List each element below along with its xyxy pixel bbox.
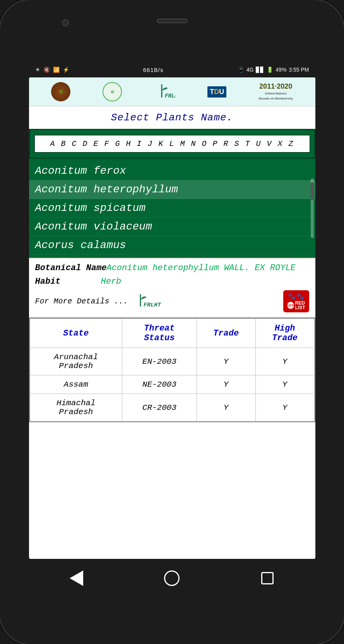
- cell-state-2: HimachalPradesh: [30, 394, 122, 421]
- bottom-nav: [29, 559, 315, 598]
- cell-trade-1: Y: [197, 375, 255, 394]
- govt-logo: 🌿: [51, 82, 70, 101]
- cell-trade-0: Y: [197, 348, 255, 375]
- battery-level: 49%: [276, 67, 286, 73]
- signal-bars: ▊▊: [256, 67, 264, 73]
- for-more-text: For More Details ...: [35, 297, 128, 306]
- recent-button[interactable]: [256, 567, 279, 590]
- frlht-link[interactable]: FRLHT: [134, 293, 161, 310]
- for-more-row: For More Details ... FRLHT 🐾 🐾: [35, 290, 309, 312]
- alphabet-section: A B C D E F G H I J K L M N O P R S T U …: [29, 129, 315, 159]
- table-row: Assam NE-2003 Y Y: [30, 375, 314, 394]
- habit-value: Herb: [101, 277, 309, 286]
- col-header-trade: Trade: [197, 319, 255, 348]
- scroll-thumb: [311, 182, 314, 200]
- data-table-container: State ThreatStatus Trade HighTrade Aruna…: [29, 318, 315, 422]
- cell-threat-2: CR-2003: [122, 394, 197, 421]
- table-row: ArunachalPradesh EN-2003 Y Y: [30, 348, 314, 375]
- battery-icon: 🔋: [267, 67, 273, 73]
- botanical-name-row: Botanical Name Aconitum heterophyllum WA…: [35, 263, 309, 273]
- phone-screen: 🌿 ♻ FRLHT TDU 2011·2020 United NationsDe…: [29, 77, 315, 559]
- signal-4g: 4G: [246, 67, 254, 73]
- usb-icon: ⚡: [63, 67, 69, 73]
- scroll-indicator: [311, 178, 314, 238]
- plant-item-4[interactable]: Acorus calamus: [29, 236, 315, 255]
- cell-state-0: ArunachalPradesh: [30, 348, 122, 375]
- header-logos: 🌿 ♻ FRLHT TDU 2011·2020 United NationsDe…: [29, 77, 315, 106]
- alphabet-letters[interactable]: A B C D E F G H I J K L M N O P R S T U …: [34, 135, 310, 153]
- home-icon: [164, 570, 180, 586]
- camera: [62, 19, 69, 26]
- table-row: HimachalPradesh CR-2003 Y Y: [30, 394, 314, 421]
- cell-threat-1: NE-2003: [122, 375, 197, 394]
- status-bar: ☀ 🔇 📶 ⚡ 661B/s 📱 4G ▊▊ 🔋 49% 3:55 PM: [29, 60, 315, 79]
- plant-item-3[interactable]: Aconitum violaceum: [29, 218, 315, 236]
- botanical-name-value: Aconitum heterophyllum WALL. EX ROYLE: [106, 263, 309, 273]
- page-title: Select Plants Name.: [29, 106, 315, 129]
- cell-threat-0: EN-2003: [122, 348, 197, 375]
- back-button[interactable]: [65, 567, 88, 590]
- plant-item-2[interactable]: Aconitum spicatum: [29, 199, 315, 218]
- brightness-icon: ☀: [35, 67, 40, 73]
- sustainable-logo: ♻: [103, 82, 122, 101]
- table-header-row: State ThreatStatus Trade HighTrade: [30, 319, 314, 348]
- status-right: 📱 4G ▊▊ 🔋 49% 3:55 PM: [238, 67, 309, 73]
- back-icon: [70, 570, 83, 586]
- phone-top: [0, 0, 344, 46]
- time-display: 3:55 PM: [289, 67, 309, 73]
- habit-row: Habit Herb: [35, 277, 309, 286]
- habit-label: Habit: [35, 277, 101, 286]
- un-biodiversity-logo: 2011·2020 United NationsDecade on Biodiv…: [258, 83, 293, 100]
- speaker: [157, 19, 188, 23]
- plant-item-0[interactable]: Aconitum ferox: [29, 162, 315, 180]
- status-left-icons: ☀ 🔇 📶 ⚡: [35, 67, 69, 73]
- svg-text:FRLHT: FRLHT: [144, 302, 161, 308]
- svg-text:FRLHT: FRLHT: [165, 93, 175, 99]
- phone-icon: 📱: [238, 67, 244, 73]
- frlht-logo: FRLHT: [154, 83, 175, 101]
- cell-high-trade-0: Y: [255, 348, 314, 375]
- cell-high-trade-1: Y: [255, 375, 314, 394]
- col-header-threat: ThreatStatus: [122, 319, 197, 348]
- alphabet-text[interactable]: A B C D E F G H I J K L M N O P R S T U …: [50, 139, 294, 148]
- wifi-icon: 📶: [53, 67, 60, 73]
- mute-icon: 🔇: [43, 67, 50, 73]
- col-header-high-trade: HighTrade: [255, 319, 314, 348]
- plants-list: Aconitum ferox Aconitum heterophyllum Ac…: [29, 159, 315, 258]
- home-button[interactable]: [160, 567, 183, 590]
- col-header-state: State: [30, 319, 122, 348]
- state-data-table: State ThreatStatus Trade HighTrade Aruna…: [30, 319, 315, 421]
- cell-state-1: Assam: [30, 375, 122, 394]
- cell-trade-2: Y: [197, 394, 255, 421]
- botanical-name-label: Botanical Name: [35, 263, 107, 273]
- recent-icon: [261, 572, 274, 584]
- plant-item-1[interactable]: Aconitum heterophyllum: [29, 180, 315, 199]
- cell-high-trade-2: Y: [255, 394, 314, 421]
- network-speed: 661B/s: [143, 67, 164, 73]
- phone-device: ☀ 🔇 📶 ⚡ 661B/s 📱 4G ▊▊ 🔋 49% 3:55 PM 🌿 ♻: [0, 0, 344, 644]
- red-list-badge[interactable]: 🐾 🐾 IUCN REDLIST: [283, 290, 309, 312]
- tdu-logo: TDU: [207, 86, 226, 98]
- details-section: Botanical Name Aconitum heterophyllum WA…: [29, 258, 315, 318]
